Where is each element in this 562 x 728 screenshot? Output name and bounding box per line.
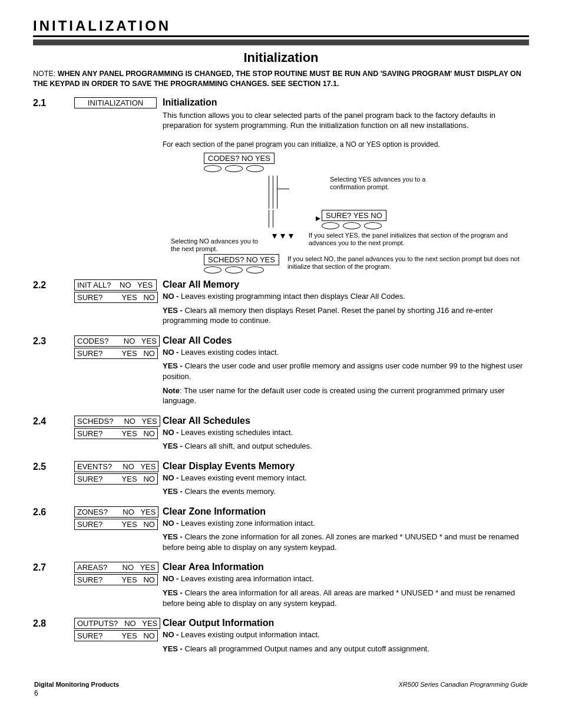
diagram-buttons xyxy=(204,165,275,172)
footer-right: XR500 Series Canadian Programming Guide xyxy=(398,681,528,697)
line-text: Leaves existing codes intact. xyxy=(181,348,279,357)
keypad-display: CODES? NO YES xyxy=(74,335,160,347)
section-line: NO - Leaves existing output information … xyxy=(163,630,529,640)
section-2-2: 2.2INIT ALL? NO YESSURE? YES NOClear All… xyxy=(33,279,529,330)
footer-left: Digital Monitoring Products xyxy=(34,681,119,688)
section-line: NO - Leaves existing event memory intact… xyxy=(163,473,529,483)
section-line: YES - Clears all programmed Output names… xyxy=(163,644,529,654)
line-label: YES - xyxy=(163,644,185,653)
section-number: 2.7 xyxy=(33,562,74,573)
line-text: : The user name for the default user cod… xyxy=(163,386,505,406)
line-text: Clears the user code and user profile me… xyxy=(163,361,523,381)
keypad-column: OUTPUTS? NO YESSURE? YES NO xyxy=(74,618,163,643)
note-body: WHEN ANY PANEL PROGRAMMING IS CHANGED, T… xyxy=(33,70,521,88)
line-label: YES - xyxy=(163,442,185,450)
section-line: NO - Leaves existing codes intact. xyxy=(163,347,529,358)
section-heading: Clear All Codes xyxy=(163,335,529,346)
line-label: Note xyxy=(163,386,180,395)
section-heading: Clear All Schedules xyxy=(163,416,529,426)
section-body: Clear Output InformationNO - Leaves exis… xyxy=(163,618,529,657)
section-body: Clear Display Events MemoryNO - Leaves e… xyxy=(163,461,529,500)
line-text: Leaves existing programming intact then … xyxy=(181,292,405,301)
keypad-display: SCHEDS? NO YES xyxy=(74,416,160,427)
oval-icon xyxy=(204,266,222,274)
section-body: Clear All MemoryNO - Leaves existing pro… xyxy=(163,279,529,330)
oval-icon xyxy=(246,266,264,274)
section-number: 2.6 xyxy=(33,506,74,518)
section-line: YES - Clears the zone information for al… xyxy=(163,532,529,552)
section-2-5: 2.5EVENTS? NO YESSURE? YES NOClear Displ… xyxy=(33,461,529,500)
arrow-down-icon xyxy=(280,234,285,239)
section-heading: Clear All Memory xyxy=(163,279,529,290)
keypad-column: AREAS? NO YESSURE? YES NO xyxy=(74,562,163,587)
arrow-right-icon xyxy=(316,216,320,221)
line-text: Clears all shift, and output schedules. xyxy=(185,442,312,450)
section-line: YES - Clears the area information for al… xyxy=(163,588,529,608)
section-2-4: 2.4SCHEDS? NO YESSURE? YES NOClear All S… xyxy=(33,416,529,455)
line-text: Clears the area information for all area… xyxy=(163,588,515,608)
diagram-codes-box: CODES? NO YES xyxy=(204,153,275,164)
header-divider xyxy=(33,39,529,45)
oval-icon xyxy=(364,222,382,229)
section-line: NO - Leaves existing programming intact … xyxy=(163,291,529,302)
keypad-display: INIT ALL? NO YES xyxy=(74,279,157,291)
diagram-side-yes: Selecting YES advances you to a confirma… xyxy=(330,176,436,209)
section-line: YES - Clears the events memory. xyxy=(163,486,529,497)
oval-icon xyxy=(322,222,339,229)
line-label: NO - xyxy=(163,574,181,583)
line-text: Leaves existing area information intact. xyxy=(181,574,313,583)
section-2-6: 2.6ZONES? NO YESSURE? YES NOClear Zone I… xyxy=(33,506,529,556)
line-label: YES - xyxy=(163,532,185,541)
section-number: 2.5 xyxy=(33,461,74,472)
keypad-column: ZONES? NO YESSURE? YES NO xyxy=(74,506,163,531)
section-2-7: 2.7AREAS? NO YESSURE? YES NOClear Area I… xyxy=(33,562,529,612)
section-body: Clear Area InformationNO - Leaves existi… xyxy=(163,562,529,612)
line-label: NO - xyxy=(163,519,181,528)
keypad-display: AREAS? NO YES xyxy=(74,562,158,573)
note-prefix: NOTE: xyxy=(33,70,55,78)
section-number: 2.8 xyxy=(33,618,74,629)
line-label: YES - xyxy=(163,306,185,315)
line-text: Leaves existing output information intac… xyxy=(181,630,320,639)
section-line: Note: The user name for the default user… xyxy=(163,386,529,406)
section-line: NO - Leaves existing schedules intact. xyxy=(163,427,529,438)
section-heading: Clear Area Information xyxy=(163,562,529,572)
keypad-display: SURE? YES NO xyxy=(74,473,158,485)
keypad-column: EVENTS? NO YESSURE? YES NO xyxy=(74,461,163,486)
section-body: Clear All CodesNO - Leaves existing code… xyxy=(163,335,529,410)
section-line: YES - Clears all memory then displays Re… xyxy=(163,305,529,326)
line-label: NO - xyxy=(163,473,181,482)
section-number: 2.3 xyxy=(33,335,74,347)
section-body: Clear All SchedulesNO - Leaves existing … xyxy=(163,416,529,455)
arrow-down-icon xyxy=(289,234,293,239)
line-label: NO - xyxy=(163,630,181,639)
arrow-down-icon xyxy=(272,234,277,239)
diagram-conf-no: If you select NO, the panel advances you… xyxy=(287,254,529,271)
section-line: YES - Clears the user code and user prof… xyxy=(163,361,529,381)
oval-icon xyxy=(246,165,264,172)
diagram-sure-box: SURE? YES NO xyxy=(322,210,386,221)
keypad-display: INITIALIZATION xyxy=(74,97,157,108)
keypad-column: SCHEDS? NO YESSURE? YES NO xyxy=(74,416,163,440)
section-heading: Clear Zone Information xyxy=(163,506,529,517)
keypad-column: CODES? NO YESSURE? YES NO xyxy=(74,335,163,360)
line-label: YES - xyxy=(163,487,185,496)
line-label: YES - xyxy=(163,588,185,597)
chapter-header: INITIALIZATION xyxy=(33,18,529,37)
line-label: NO - xyxy=(163,348,181,357)
line-label: NO - xyxy=(163,428,181,437)
section-2-8: 2.8OUTPUTS? NO YESSURE? YES NOClear Outp… xyxy=(33,618,529,657)
section-number: 2.1 xyxy=(33,97,74,108)
section-number: 2.2 xyxy=(33,279,74,291)
keypad-display: SURE? YES NO xyxy=(74,292,158,303)
line-label: NO - xyxy=(163,292,181,301)
keypad-display: SURE? YES NO xyxy=(74,428,158,439)
line-text: Clears all memory then displays Reset Pa… xyxy=(163,306,493,325)
section-2-3: 2.3CODES? NO YESSURE? YES NOClear All Co… xyxy=(33,335,529,410)
oval-icon xyxy=(204,165,222,172)
diagram-buttons xyxy=(322,222,386,229)
line-text: Clears the zone information for all zone… xyxy=(163,532,519,552)
line-text: Clears all programmed Output names and a… xyxy=(185,644,429,653)
diagram-caption: For each section of the panel program yo… xyxy=(163,140,529,149)
page-number: 6 xyxy=(34,689,119,697)
